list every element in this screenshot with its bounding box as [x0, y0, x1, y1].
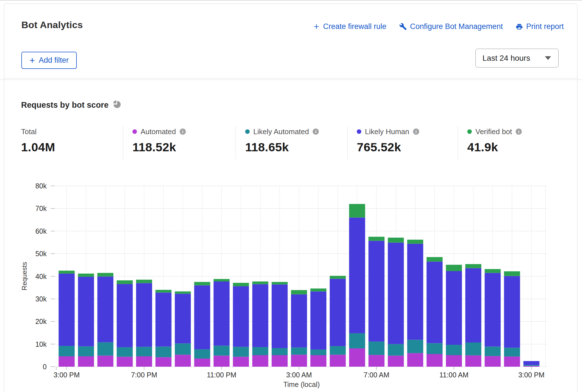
bar-segment-likely-human[interactable]	[175, 294, 191, 343]
print-report-link[interactable]: Print report	[516, 22, 564, 31]
bar-segment-verified-bot[interactable]	[233, 283, 249, 286]
bar-segment-likely-automated[interactable]	[446, 345, 462, 355]
bar-segment-likely-human[interactable]	[233, 286, 249, 347]
bar-segment-automated[interactable]	[59, 356, 75, 367]
configure-bot-management-link[interactable]: Configure Bot Management	[399, 22, 503, 31]
create-firewall-rule-link[interactable]: Create firewall rule	[313, 22, 386, 31]
bar-segment-likely-human[interactable]	[504, 276, 520, 348]
bar-segment-likely-human[interactable]	[194, 285, 210, 349]
info-icon[interactable]: i	[413, 129, 419, 135]
bar-segment-automated[interactable]	[175, 355, 191, 367]
bar-segment-likely-automated[interactable]	[194, 349, 210, 359]
add-filter-button[interactable]: + Add filter	[21, 52, 77, 69]
bar-segment-likely-human[interactable]	[349, 218, 365, 334]
bar-segment-verified-bot[interactable]	[155, 290, 172, 293]
bar-segment-likely-human[interactable]	[272, 284, 288, 348]
bar-segment-automated[interactable]	[97, 356, 113, 367]
bar-segment-likely-automated[interactable]	[330, 346, 346, 355]
bar-segment-verified-bot[interactable]	[252, 281, 268, 284]
bar-segment-likely-human[interactable]	[407, 244, 423, 340]
bar-segment-verified-bot[interactable]	[136, 280, 152, 283]
bar-segment-automated[interactable]	[504, 357, 520, 367]
bar-segment-automated[interactable]	[524, 366, 540, 367]
bar-segment-verified-bot[interactable]	[485, 269, 501, 273]
bar-segment-automated[interactable]	[407, 353, 423, 367]
bar-segment-verified-bot[interactable]	[427, 257, 443, 262]
bar-segment-likely-automated[interactable]	[175, 343, 191, 355]
bar-segment-likely-human[interactable]	[291, 294, 307, 348]
bar-segment-automated[interactable]	[272, 355, 288, 367]
bar-segment-verified-bot[interactable]	[291, 290, 307, 294]
info-icon[interactable]: i	[516, 129, 522, 135]
bar-segment-likely-automated[interactable]	[233, 347, 249, 357]
bar-segment-verified-bot[interactable]	[97, 273, 113, 276]
bar-segment-verified-bot[interactable]	[194, 282, 210, 285]
bar-segment-likely-automated[interactable]	[369, 342, 385, 355]
bar-segment-verified-bot[interactable]	[214, 279, 230, 281]
bar-segment-verified-bot[interactable]	[388, 238, 404, 243]
bar-segment-likely-human[interactable]	[214, 281, 230, 346]
bar-segment-automated[interactable]	[369, 355, 385, 367]
bar-segment-likely-automated[interactable]	[349, 333, 365, 348]
bar-segment-automated[interactable]	[252, 355, 268, 367]
bar-segment-likely-automated[interactable]	[252, 347, 268, 355]
bar-segment-verified-bot[interactable]	[349, 204, 365, 217]
info-icon[interactable]: i	[180, 129, 186, 135]
bar-segment-likely-human[interactable]	[427, 262, 443, 343]
bar-segment-verified-bot[interactable]	[465, 264, 481, 268]
bar-segment-automated[interactable]	[117, 357, 133, 367]
bar-segment-verified-bot[interactable]	[330, 276, 346, 279]
bar-segment-verified-bot[interactable]	[117, 280, 133, 284]
bar-segment-likely-human[interactable]	[465, 268, 481, 343]
bar-segment-likely-human[interactable]	[330, 279, 346, 346]
bar-segment-likely-human[interactable]	[388, 243, 404, 344]
bar-segment-verified-bot[interactable]	[369, 237, 385, 241]
bar-segment-automated[interactable]	[446, 355, 462, 367]
bar-segment-likely-automated[interactable]	[427, 343, 443, 354]
bar-segment-verified-bot[interactable]	[407, 240, 423, 244]
bar-segment-likely-human[interactable]	[78, 277, 94, 346]
bar-segment-likely-automated[interactable]	[310, 350, 326, 355]
bar-segment-likely-human[interactable]	[97, 276, 113, 342]
bar-segment-likely-human[interactable]	[252, 284, 268, 347]
bar-segment-automated[interactable]	[427, 354, 443, 367]
bar-segment-likely-human[interactable]	[485, 273, 501, 346]
bar-segment-automated[interactable]	[485, 356, 501, 367]
bar-segment-likely-human[interactable]	[136, 283, 152, 347]
bar-segment-likely-automated[interactable]	[524, 365, 540, 366]
bar-segment-likely-human[interactable]	[117, 284, 133, 347]
bar-segment-likely-automated[interactable]	[97, 342, 113, 355]
bar-segment-likely-automated[interactable]	[272, 348, 288, 355]
bar-segment-automated[interactable]	[349, 348, 365, 367]
bar-segment-verified-bot[interactable]	[272, 282, 288, 285]
bar-segment-likely-automated[interactable]	[155, 346, 172, 357]
bar-segment-verified-bot[interactable]	[446, 265, 462, 271]
bar-segment-likely-human[interactable]	[59, 274, 75, 346]
time-range-select[interactable]: Last 24 hours	[475, 49, 559, 67]
bar-segment-automated[interactable]	[465, 355, 481, 367]
bar-segment-verified-bot[interactable]	[504, 271, 520, 276]
bar-segment-automated[interactable]	[233, 357, 249, 367]
bar-segment-likely-human[interactable]	[369, 241, 385, 341]
bar-segment-likely-automated[interactable]	[388, 344, 404, 356]
bar-segment-automated[interactable]	[136, 356, 152, 367]
bar-segment-likely-automated[interactable]	[214, 346, 230, 355]
bar-segment-automated[interactable]	[78, 356, 94, 367]
bar-segment-likely-automated[interactable]	[117, 347, 133, 357]
bar-segment-likely-human[interactable]	[446, 271, 462, 345]
bar-segment-verified-bot[interactable]	[59, 271, 75, 273]
bar-segment-automated[interactable]	[291, 355, 307, 367]
bar-segment-likely-automated[interactable]	[465, 343, 481, 355]
bar-segment-likely-automated[interactable]	[78, 346, 94, 356]
bar-segment-automated[interactable]	[388, 356, 404, 367]
bar-segment-automated[interactable]	[155, 357, 172, 367]
bar-segment-likely-automated[interactable]	[59, 346, 75, 356]
bar-segment-likely-automated[interactable]	[504, 348, 520, 356]
bar-segment-verified-bot[interactable]	[310, 289, 326, 291]
bar-segment-automated[interactable]	[194, 359, 210, 367]
bar-segment-likely-automated[interactable]	[407, 340, 423, 353]
bar-segment-automated[interactable]	[310, 355, 326, 367]
bar-segment-verified-bot[interactable]	[175, 291, 191, 294]
bar-segment-likely-human[interactable]	[524, 361, 540, 365]
bar-segment-automated[interactable]	[330, 355, 346, 367]
